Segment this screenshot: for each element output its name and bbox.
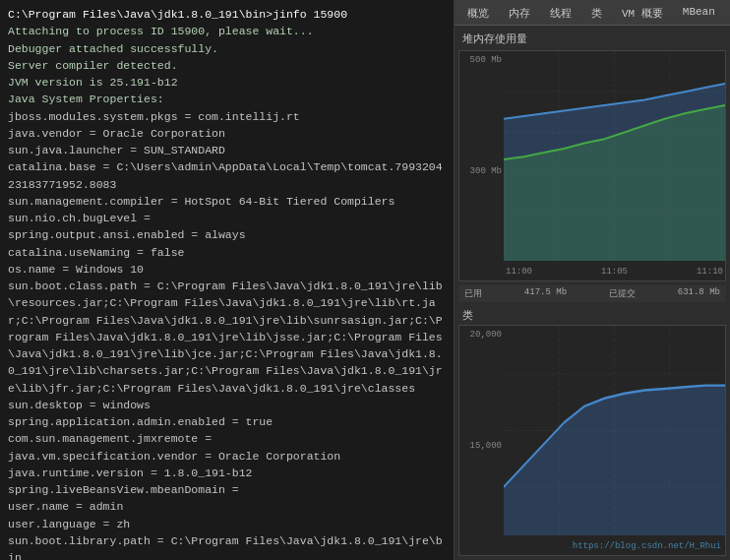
heap-svg: [504, 51, 725, 261]
classes-y-labels: 20,000 15,000: [459, 326, 504, 555]
console-line: catalina.base = C:\Users\admin\AppData\L…: [8, 158, 446, 193]
used-value: 417.5 Mb: [524, 287, 567, 300]
used-label: 已用: [464, 287, 482, 300]
console-line: JVM version is 25.191-b12: [8, 74, 446, 91]
classes-chart: 20,000 15,000 https://blog.csdn.net/H_R: [458, 325, 726, 556]
console-line: C:\Program Files\Java\jdk1.8.0_191\bin>j…: [8, 6, 446, 23]
console-line: sun.java.launcher = SUN_STANDARD: [8, 142, 446, 158]
console-line: Server compiler detected.: [8, 57, 446, 74]
console-line: user.language = zh: [8, 516, 446, 532]
classes-y-20000: 20,000: [461, 330, 502, 340]
console-line: catalina.useNaming = false: [8, 244, 446, 261]
heap-memory-chart: 500 Mb 300 Mb: [458, 50, 726, 281]
console-line: spring.output.ansi.enabled = always: [8, 226, 446, 243]
console-line: java.runtime.version = 1.8.0_191-b12: [8, 465, 446, 481]
submitted-label: 已提交: [609, 287, 636, 300]
console-line: os.name = Windows 10: [8, 261, 446, 278]
tab-3[interactable]: 类: [582, 2, 611, 25]
memory-chart-title: 堆内存使用量: [458, 30, 726, 48]
classes-y-15000: 15,000: [461, 441, 502, 451]
console-line: jboss.modules.system.pkgs = com.intellij…: [8, 108, 446, 125]
console-line: sun.boot.class.path = C:\Program Files\J…: [8, 278, 446, 397]
console-line: java.vendor = Oracle Corporation: [8, 125, 446, 142]
watermark: https://blog.csdn.net/H_Rhui: [573, 541, 721, 551]
console-line: com.sun.management.jmxremote =: [8, 430, 446, 447]
tab-2[interactable]: 线程: [541, 2, 580, 25]
y-label-300: 300 Mb: [461, 166, 502, 176]
console-line: sun.boot.library.path = C:\Program Files…: [8, 532, 446, 560]
console-line: spring.liveBeansView.mbeanDomain =: [8, 481, 446, 498]
console-line: spring.application.admin.enabled = true: [8, 413, 446, 430]
console-line: Attaching to process ID 15900, please wa…: [8, 23, 446, 39]
console-line: sun.management.compiler = HotSpot 64-Bit…: [8, 193, 446, 210]
tabs-bar: 概览内存线程类VM 概要MBean: [455, 0, 730, 26]
console-line: sun.nio.ch.bugLevel =: [8, 210, 446, 226]
tab-1[interactable]: 内存: [500, 2, 539, 25]
chart-info-bar: 已用 417.5 Mb 已提交 631.8 Mb: [458, 285, 726, 302]
classes-chart-title: 类: [458, 306, 726, 325]
heap-chart-plot: [504, 51, 725, 261]
x-axis-labels: 11:00 11:05 11:10: [504, 263, 725, 280]
x-label-1105: 11:05: [601, 267, 628, 277]
console-line: java.vm.specification.vendor = Oracle Co…: [8, 448, 446, 465]
x-label-1100: 11:00: [506, 267, 532, 277]
console-line: user.name = admin: [8, 498, 446, 515]
y-axis-labels: 500 Mb 300 Mb: [459, 51, 504, 280]
console-panel: C:\Program Files\Java\jdk1.8.0_191\bin>j…: [0, 0, 455, 560]
tab-4[interactable]: VM 概要: [613, 2, 672, 25]
x-label-1110: 11:10: [697, 267, 723, 277]
tab-0[interactable]: 概览: [458, 2, 498, 25]
console-line: Debugger attached successfully.: [8, 40, 446, 57]
submitted-value: 631.8 Mb: [678, 287, 720, 300]
right-panel: 概览内存线程类VM 概要MBean 堆内存使用量 500 Mb 300 Mb: [455, 0, 730, 560]
console-line: sun.desktop = windows: [8, 397, 446, 413]
classes-chart-plot: [504, 326, 725, 535]
tab-5[interactable]: MBean: [674, 2, 724, 25]
classes-svg: [504, 326, 725, 535]
y-label-500: 500 Mb: [461, 55, 502, 65]
chart-section: 堆内存使用量 500 Mb 300 Mb: [455, 26, 730, 560]
console-line: Java System Properties:: [8, 91, 446, 107]
